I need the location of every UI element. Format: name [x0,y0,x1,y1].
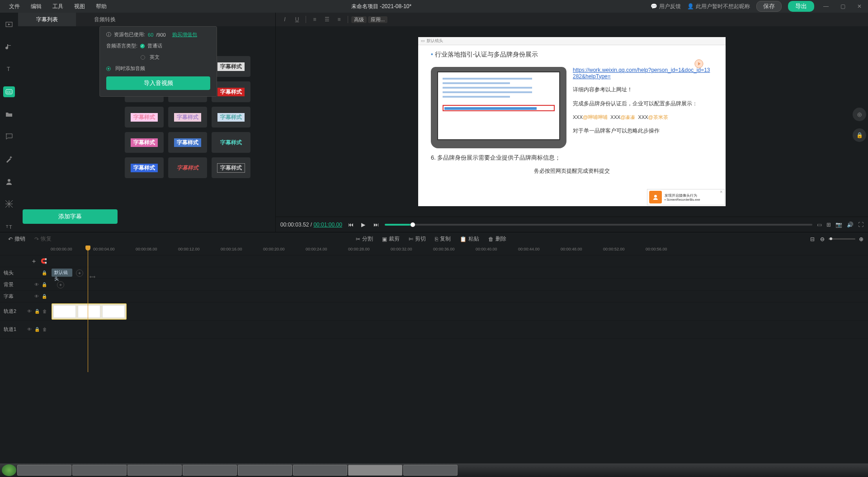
sidebar-magic-icon[interactable] [3,154,15,165]
cut-button[interactable]: ✄ 剪切 [405,235,429,243]
style-preset[interactable]: 字幕样式 [125,157,164,178]
menu-file[interactable]: 文件 [4,3,25,10]
style-preset[interactable]: 字幕样式 [212,157,250,178]
delete-button[interactable]: 🗑 删除 [485,235,510,243]
taskbar-item[interactable] [238,465,292,476]
window-close-icon[interactable]: ✕ [854,3,864,9]
user-feedback-link[interactable]: 💬 用户反馈 [651,3,681,10]
style-preset[interactable]: 字幕样式 [125,107,164,128]
menu-help[interactable]: 帮助 [90,3,112,10]
snapshot-icon[interactable]: 📷 [835,222,842,228]
menu-view[interactable]: 视图 [69,3,90,10]
align-right-icon[interactable]: ≡ [334,14,344,24]
taskbar-item[interactable] [293,465,347,476]
tab-audio-convert[interactable]: 音频转换 [76,13,134,26]
style-preset[interactable]: 字幕样式 [212,132,250,153]
playback-progress[interactable] [385,224,812,226]
next-frame-icon[interactable]: ⏭ [372,222,380,228]
eye-icon[interactable]: 👁 [27,327,32,332]
paste-button[interactable]: 📋 粘贴 [456,235,483,243]
redo-button[interactable]: ↷ 恢复 [31,235,55,243]
fit-timeline-icon[interactable]: ⊟ [807,236,818,242]
video-clip[interactable] [52,303,127,320]
advanced-dropdown[interactable]: 高级 [351,16,367,23]
style-preset[interactable]: 字幕样式 [212,81,250,102]
export-button[interactable]: 导出 [788,1,814,12]
zoom-slider[interactable] [828,238,855,240]
playhead[interactable] [88,246,88,372]
taskbar-item[interactable] [127,465,182,476]
eye-icon[interactable]: 👁 [34,282,39,287]
crop-button[interactable]: ▣ 裁剪 [378,235,403,243]
save-button[interactable]: 保存 [756,1,782,12]
window-minimize-icon[interactable]: — [821,3,831,9]
volume-icon[interactable]: 🔊 [847,222,854,228]
import-av-button[interactable]: 导入音视频 [106,76,210,90]
lens-clip[interactable]: 默认镜头 [52,269,72,277]
sidebar-audio-icon[interactable] [3,42,15,52]
track-bg[interactable]: ＋ [51,279,868,291]
lang-english-radio[interactable] [141,55,145,60]
focus-mode-icon[interactable]: ◎ [853,108,866,121]
sidebar-person-icon[interactable] [3,176,15,187]
underline-icon[interactable]: U [292,14,302,24]
safe-zone-icon[interactable]: ▭ [817,222,822,228]
add-lens-icon[interactable]: ＋ [76,269,83,277]
sidebar-folder-icon[interactable] [3,109,15,120]
track-2[interactable] [51,302,868,321]
lock-track-icon[interactable]: 🔒 [34,309,40,314]
play-icon[interactable]: ▶ [359,222,368,228]
sidebar-media-icon[interactable] [3,19,15,30]
style-preset[interactable]: 字幕样式 [168,157,207,178]
style-preset[interactable]: 字幕样式 [212,107,250,128]
style-preset[interactable]: 字幕样式 [212,56,250,77]
buy-package-link[interactable]: 购买增值包 [172,31,197,38]
timeline-ruler[interactable]: 00:00:00.0000:00:04.0000:00:08.0000:00:1… [51,246,868,255]
taskbar-item[interactable] [183,465,237,476]
menu-tools[interactable]: 工具 [47,3,69,10]
apply-dropdown[interactable]: 应用... [368,16,387,23]
taskbar-item[interactable] [72,465,127,476]
fullscreen-icon[interactable]: ⛶ [858,222,863,228]
taskbar-item[interactable] [403,465,458,476]
taskbar-item[interactable] [348,465,402,476]
menu-edit[interactable]: 编辑 [25,3,47,10]
track-lens[interactable]: 默认镜头 ＋ ⟷ [51,267,868,279]
sidebar-cc-icon[interactable]: CC [3,86,15,97]
lock-track-icon[interactable]: 🔒 [34,327,40,332]
taskbar-item[interactable] [17,465,71,476]
zoom-in-icon[interactable]: ⊕ [859,236,863,242]
sidebar-pattern-icon[interactable] [3,199,15,210]
window-maximize-icon[interactable]: ▢ [838,3,848,9]
start-button[interactable] [2,464,16,476]
align-center-icon[interactable]: ☰ [321,14,332,24]
lock-track-icon[interactable]: 🔒 [42,270,47,275]
align-left-icon[interactable]: ≡ [309,14,320,24]
prev-frame-icon[interactable]: ⏮ [347,222,355,228]
lock-track-icon[interactable]: 🔒 [42,294,47,299]
eye-icon[interactable]: 👁 [34,294,39,299]
track-1[interactable] [51,321,868,339]
split-button[interactable]: ✂ 分割 [352,235,377,243]
lock-icon[interactable]: 🔒 [853,128,866,142]
italic-icon[interactable]: I [279,14,290,24]
sidebar-typography-icon[interactable]: TT [3,221,15,232]
trash-icon[interactable]: 🗑 [42,309,47,314]
tab-subtitle-list[interactable]: 字幕列表 [18,13,76,26]
user-nickname[interactable]: 👤 此用户暂时不想起昵称 [687,3,750,10]
preview-canvas[interactable]: ▭ 默认镜头 行业落地指引-认证与多品牌身份展示 [418,37,726,206]
lock-track-icon[interactable]: 🔒 [42,282,47,287]
sidebar-text-icon[interactable]: T [3,64,15,75]
style-preset[interactable]: 字幕样式 [168,107,207,128]
zoom-out-icon[interactable]: ⊖ [820,236,825,242]
lang-mandarin-radio[interactable]: ✓ [140,44,145,48]
track-sub[interactable] [51,291,868,302]
undo-button[interactable]: ↶ 撤销 [5,235,29,243]
sidebar-comment-icon[interactable] [3,132,15,142]
add-audio-checkbox[interactable] [106,66,111,71]
add-subtitle-button[interactable]: 添加字幕 [23,209,118,224]
add-bg-icon[interactable]: ＋ [57,281,64,288]
grid-icon[interactable]: ⊞ [826,222,831,228]
copy-button[interactable]: ⎘ 复制 [431,235,454,243]
eye-icon[interactable]: 👁 [27,309,32,314]
